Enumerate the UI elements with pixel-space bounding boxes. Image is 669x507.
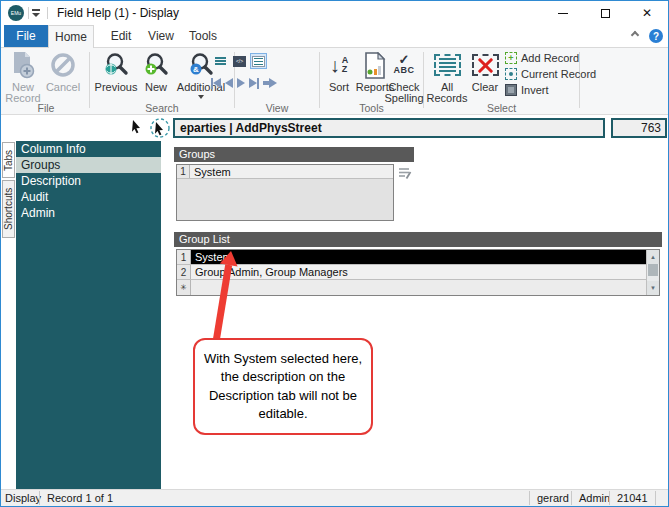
sidebar-item-audit[interactable]: Audit <box>16 189 161 205</box>
cancel-label: Cancel <box>46 82 80 93</box>
file-group-label: File <box>3 102 89 115</box>
close-button[interactable]: ✕ <box>626 1 668 25</box>
sort-icon: ↓ AZ <box>330 50 349 80</box>
last-record-button[interactable] <box>249 76 259 90</box>
scroll-up-icon[interactable]: ▲ <box>647 250 659 264</box>
all-records-icon <box>434 50 461 80</box>
current-record-label: Current Record <box>521 68 596 80</box>
tab-edit[interactable]: Edit <box>101 25 141 47</box>
edit-list-icon[interactable] <box>398 166 412 183</box>
search-new-icon <box>143 50 169 80</box>
list-view-icon <box>215 56 226 66</box>
side-tab-tabs[interactable]: Tabs <box>2 142 15 178</box>
divider <box>47 7 48 19</box>
ribbon: New Record Cancel File Previ <box>1 47 668 115</box>
divider <box>529 491 530 505</box>
list-view-toggle[interactable] <box>212 53 229 69</box>
main-area: Tabs Shortcuts Column Info Groups Descri… <box>1 141 668 489</box>
quick-access-dropdown-icon[interactable] <box>31 9 41 17</box>
new-record-button[interactable]: New Record <box>3 50 43 106</box>
divider <box>609 491 610 505</box>
check-spelling-button[interactable]: ✓ ABC Check Spelling <box>385 50 423 106</box>
maximize-button[interactable] <box>584 1 626 25</box>
search-previous-icon <box>103 50 129 80</box>
svg-text:&: & <box>193 65 199 74</box>
group-list-row-selected[interactable]: 1 System <box>177 250 646 265</box>
sidebar-item-column-info[interactable]: Column Info <box>16 141 161 157</box>
group-list-row[interactable]: 2 Group Admin, Group Managers <box>177 265 646 280</box>
search-previous-button[interactable]: Previous <box>93 50 139 106</box>
sidebar-item-admin[interactable]: Admin <box>16 205 161 221</box>
add-record-button[interactable]: + Add Record <box>505 50 596 65</box>
invert-icon <box>505 84 517 96</box>
pointer-cursor-icon <box>132 120 140 133</box>
vertical-scrollbar[interactable]: ▲ ▼ <box>646 250 659 295</box>
groups-grid-row[interactable]: 1 System <box>177 165 393 179</box>
scrollbar-thumb[interactable] <box>648 264 658 276</box>
app-window: EMu Field Help (1) - Display ✕ File Home… <box>0 0 669 507</box>
record-count-box: 763 <box>611 118 667 138</box>
new-record-label: New Record <box>3 82 43 103</box>
divider <box>28 7 29 19</box>
groups-grid[interactable]: 1 System <box>176 164 394 221</box>
divider <box>571 491 572 505</box>
code-view-toggle[interactable]: </> <box>231 53 248 69</box>
scroll-down-icon[interactable]: ▼ <box>647 281 659 295</box>
status-role: Admin <box>579 492 610 504</box>
current-record-button[interactable]: Current Record <box>505 66 596 81</box>
select-pointer-cursor-icon <box>151 119 169 137</box>
invert-label: Invert <box>521 84 549 96</box>
form-view-toggle[interactable] <box>250 53 267 69</box>
clear-label: Clear <box>472 82 498 93</box>
row-number: 1 <box>177 250 191 264</box>
view-group-label: View <box>235 102 319 115</box>
first-record-button[interactable] <box>211 76 221 90</box>
form-view-icon <box>252 56 265 67</box>
dropdown-arrow-icon <box>198 95 204 99</box>
group-separator <box>319 52 320 108</box>
add-record-icon: + <box>505 52 517 64</box>
app-logo-icon[interactable]: EMu <box>8 5 24 21</box>
row-number: 2 <box>177 265 191 279</box>
select-stack: + Add Record Current Record Invert <box>505 50 596 98</box>
check-spelling-label: Check Spelling <box>384 82 423 103</box>
record-summary-bar[interactable]: eparties | AddPhysStreet <box>173 118 605 138</box>
next-record-button[interactable] <box>237 76 245 90</box>
row-value <box>191 280 646 295</box>
tab-list-sidebar: Column Info Groups Description Audit Adm… <box>16 141 161 489</box>
new-record-icon <box>10 50 36 80</box>
reports-icon <box>364 50 386 80</box>
group-list-new-row[interactable]: ✳ <box>177 280 646 295</box>
goto-record-button[interactable] <box>263 76 277 90</box>
clear-icon <box>472 50 499 80</box>
sidebar-item-groups[interactable]: Groups <box>16 157 161 173</box>
search-previous-label: Previous <box>95 82 138 93</box>
group-list-grid[interactable]: 1 System 2 Group Admin, Group Managers ✳… <box>176 249 660 296</box>
invert-button[interactable]: Invert <box>505 82 596 97</box>
side-tab-shortcuts[interactable]: Shortcuts <box>2 180 15 238</box>
sidebar-item-description[interactable]: Description <box>16 173 161 189</box>
record-summary-row: eparties | AddPhysStreet 763 <box>1 116 668 141</box>
record-navigation <box>211 76 277 90</box>
group-list-panel-header: Group List <box>174 232 662 247</box>
clear-button[interactable]: Clear <box>468 50 502 106</box>
tab-file[interactable]: File <box>4 25 48 47</box>
window-title: Field Help (1) - Display <box>57 6 179 20</box>
row-number: 1 <box>177 165 190 178</box>
status-mode: Display <box>5 492 41 504</box>
help-icon[interactable]: ? <box>649 29 663 43</box>
tab-tools[interactable]: Tools <box>181 25 225 47</box>
previous-record-button[interactable] <box>225 76 233 90</box>
minimize-button[interactable] <box>542 1 584 25</box>
all-records-button[interactable]: All Records <box>427 50 467 106</box>
cancel-button[interactable]: Cancel <box>43 50 83 106</box>
tab-view[interactable]: View <box>141 25 181 47</box>
ribbon-tab-row: File Home Edit View Tools <box>1 25 668 47</box>
sort-button[interactable]: ↓ AZ Sort <box>323 50 355 106</box>
tab-home[interactable]: Home <box>48 25 94 48</box>
search-new-label: New <box>145 82 167 93</box>
select-group-label: Select <box>424 102 579 115</box>
collapse-ribbon-icon[interactable] <box>632 32 640 40</box>
search-group-label: Search <box>91 102 233 115</box>
search-new-button[interactable]: New <box>139 50 173 106</box>
